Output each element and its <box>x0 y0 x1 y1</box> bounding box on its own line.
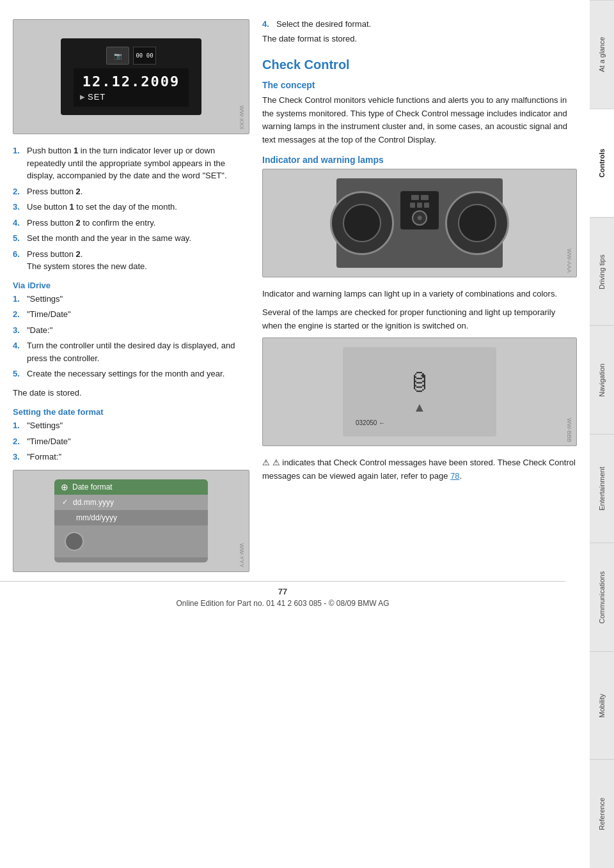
format-step-num-1: 1. <box>13 419 23 432</box>
warning-display-image: 🛢 ▲ 032050 ← WW-BBB <box>262 337 577 446</box>
warning-symbol: ⚠ <box>262 458 270 467</box>
page-ref-link[interactable]: 78 <box>450 471 459 481</box>
stored-messages-main: ⚠ indicates that Check Control messages … <box>262 458 576 481</box>
step-num-6: 6. <box>13 248 23 273</box>
sidebar-tab-at-a-glance[interactable]: At a glance <box>590 0 614 109</box>
indicator-text-2: Several of the lamps are checked for pro… <box>262 306 577 333</box>
format-step-text-1: "Settings" <box>27 419 249 432</box>
date-format-value-2: mm/dd/yyyy <box>76 513 117 522</box>
step4-num: 4. <box>262 19 272 29</box>
cluster-watermark: WW-AAA <box>566 249 572 273</box>
via-step-num-2: 2. <box>13 308 23 321</box>
date-set-text: SET <box>88 92 106 102</box>
step-num-2: 2. <box>13 185 23 198</box>
sidebar-tab-reference[interactable]: Reference <box>590 759 614 868</box>
warning-mock: 🛢 ▲ 032050 ← <box>343 347 496 437</box>
date-format-option-2: mm/dd/yyyy <box>54 510 208 525</box>
via-step-5: 5. Create the necessary settings for the… <box>13 368 249 380</box>
date-screen: 📷 00 00 12.12.2009 ▶ SET <box>61 38 201 115</box>
format-step-1: 1. "Settings" <box>13 419 249 432</box>
instrument-cluster-image: ⊕ WW-AAA <box>262 169 577 277</box>
main-content: 📷 00 00 12.12.2009 ▶ SET WW-XXX <box>0 0 590 621</box>
step-num-5: 5. <box>13 232 23 245</box>
via-step-3: 3. "Date:" <box>13 324 249 337</box>
format-step-num-3: 3. <box>13 451 23 463</box>
date-set: ▶ SET <box>80 92 182 102</box>
via-step-text-1: "Settings" <box>27 293 249 306</box>
content-columns: 📷 00 00 12.12.2009 ▶ SET WW-XXX <box>13 19 577 582</box>
date-format-title: Date format <box>72 483 113 492</box>
step-num-1: 1. <box>13 144 23 182</box>
footer-text: Online Edition for Part no. 01 41 2 603 … <box>176 599 389 608</box>
format-step-text-3: "Format:" <box>27 451 249 463</box>
via-step-text-4: Turn the controller until the desired da… <box>27 339 249 364</box>
date-format-header: ⊕ Date format <box>54 479 208 495</box>
main-steps-list: 1. Push button 1 in the turn indicator l… <box>13 144 249 273</box>
center-display: ⊕ <box>400 191 439 229</box>
date-stored-note: The date is stored. <box>13 387 249 400</box>
date-format-stored-note: The date format is stored. <box>262 33 577 46</box>
format-step-num-2: 2. <box>13 435 23 448</box>
format-step-text-2: "Time/Date" <box>27 435 249 448</box>
via-idrive-heading: Via iDrive <box>13 281 249 290</box>
indicator-text-1: Indicator and warning lamps can light up… <box>262 288 577 301</box>
sidebar-tab-navigation[interactable]: Navigation <box>590 325 614 434</box>
step-text-4: Press button 2 to confirm the entry. <box>27 217 249 229</box>
sidebar-tab-mobility[interactable]: Mobility <box>590 651 614 760</box>
gauge-right <box>445 191 509 255</box>
via-step-text-3: "Date:" <box>27 324 249 337</box>
via-step-1: 1. "Settings" <box>13 293 249 306</box>
check-control-heading: Check Control <box>262 58 577 72</box>
display-watermark-2: WW-YYY <box>239 543 245 568</box>
date-display-image: 📷 00 00 12.12.2009 ▶ SET WW-XXX <box>13 19 249 134</box>
warning-watermark: WW-BBB <box>566 418 572 442</box>
checkmark-icon: ✓ <box>62 498 68 506</box>
via-step-num-4: 4. <box>13 339 23 364</box>
nav-button-circle <box>65 532 84 551</box>
sidebar-tab-entertainment[interactable]: Entertainment <box>590 434 614 543</box>
indicator-warning-subheading: Indicator and warning lamps <box>262 155 577 165</box>
step-text-5: Set the month and the year in the same w… <box>27 232 249 245</box>
date-format-value-1: dd.mm.yyyy <box>73 498 114 507</box>
via-step-num-5: 5. <box>13 368 23 380</box>
date-format-steps: 1. "Settings" 2. "Time/Date" 3. "Format:… <box>13 419 249 463</box>
left-column: 📷 00 00 12.12.2009 ▶ SET WW-XXX <box>13 19 249 582</box>
via-step-text-5: Create the necessary settings for the mo… <box>27 368 249 380</box>
idrive-icon: ⊕ <box>61 482 68 492</box>
format-step-3: 3. "Format:" <box>13 451 249 463</box>
step-num-3: 3. <box>13 201 23 213</box>
sidebar-tab-communications[interactable]: Communications <box>590 543 614 651</box>
via-idrive-steps: 1. "Settings" 2. "Time/Date" 3. "Date:" … <box>13 293 249 380</box>
cluster-mock: ⊕ <box>336 178 503 268</box>
step-text-3: Use button 1 to set the day of the month… <box>27 201 249 213</box>
page-number: 77 <box>278 587 287 596</box>
stored-messages-text: ⚠ ⚠ indicates that Check Control message… <box>262 456 577 483</box>
date-format-option-1: ✓ dd.mm.yyyy <box>54 495 208 510</box>
idrive-center-button: ⊕ <box>412 210 427 226</box>
format-step-2: 2. "Time/Date" <box>13 435 249 448</box>
via-step-4: 4. Turn the controller until the desired… <box>13 339 249 364</box>
step-item-2: 2. Press button 2. <box>13 185 249 198</box>
warning-triangle-icon: ▲ <box>413 400 426 415</box>
date-screen-inner: 12.12.2009 ▶ SET <box>74 68 189 107</box>
date-set-arrow: ▶ <box>80 93 85 100</box>
warning-number: 032050 ← <box>356 419 385 426</box>
step-num-4: 4. <box>13 217 23 229</box>
date-format-display: ⊕ Date format ✓ dd.mm.yyyy mm/dd/yyyy <box>13 470 249 572</box>
sidebar-tab-controls[interactable]: Controls <box>590 109 614 217</box>
step-item-1: 1. Push button 1 in the turn indicator l… <box>13 144 249 182</box>
date-format-bottom <box>54 525 208 557</box>
the-concept-text: The Check Control monitors vehicle funct… <box>262 94 577 147</box>
cluster-gauges: ⊕ <box>330 191 509 255</box>
date-format-screen: ⊕ Date format ✓ dd.mm.yyyy mm/dd/yyyy <box>54 479 208 562</box>
sidebar: At a glance Controls Driving tips Naviga… <box>590 0 614 868</box>
step-text-6: Press button 2.The system stores the new… <box>27 248 249 273</box>
oil-can-icon: 🛢 <box>408 369 431 396</box>
setting-date-format-heading: Setting the date format <box>13 407 249 417</box>
date-value: 12.12.2009 <box>80 74 182 89</box>
sidebar-tab-driving-tips[interactable]: Driving tips <box>590 217 614 326</box>
stored-messages-after: . <box>460 471 462 481</box>
the-concept-subheading: The concept <box>262 80 577 90</box>
step-item-3: 3. Use button 1 to set the day of the mo… <box>13 201 249 213</box>
step-item-4: 4. Press button 2 to confirm the entry. <box>13 217 249 229</box>
